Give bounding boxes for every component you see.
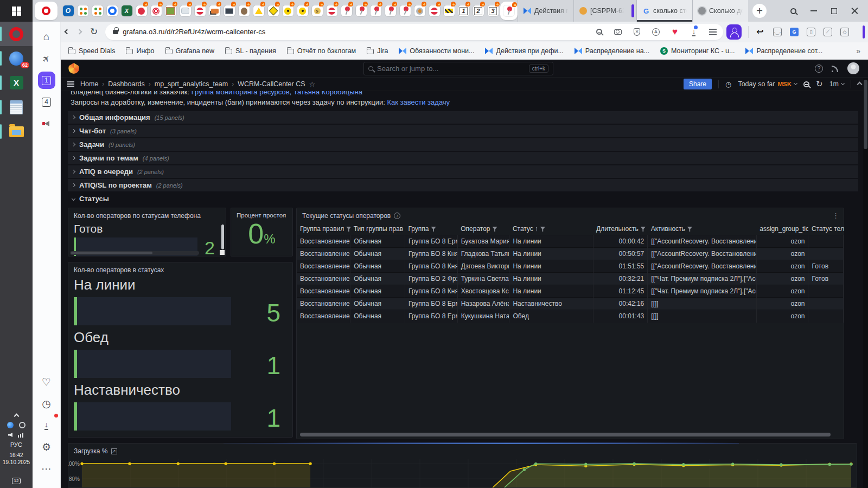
downloads-sidebar-icon[interactable]: ↓ bbox=[37, 415, 56, 435]
task-instruction-link[interactable]: Как завести задачу bbox=[387, 98, 450, 106]
pinned-tab-truck[interactable] bbox=[207, 1, 222, 21]
workspace-1-button[interactable]: 1 bbox=[37, 70, 56, 90]
bookmark--[interactable]: Инфо bbox=[126, 47, 154, 55]
menu-toggle-icon[interactable] bbox=[67, 81, 74, 87]
lock-icon[interactable] bbox=[113, 30, 118, 34]
filter-icon[interactable] bbox=[641, 227, 646, 232]
extension-gtranslate-icon[interactable]: G bbox=[790, 28, 799, 36]
pinned-tab-pin[interactable] bbox=[500, 2, 518, 20]
pinned-tab-laptop[interactable] bbox=[222, 1, 237, 21]
bookmark-sl-[interactable]: SL - падения bbox=[225, 47, 276, 55]
pinned-tab-no-entry[interactable] bbox=[193, 1, 207, 21]
pinned-tab-radioactive[interactable] bbox=[295, 1, 310, 21]
pinned-tab-pin[interactable] bbox=[354, 1, 368, 21]
pinned-tab-radioactive[interactable] bbox=[280, 1, 295, 21]
panel-title[interactable]: Кол-во операторов в статусах bbox=[68, 262, 292, 274]
translate-icon[interactable]: A bbox=[651, 27, 661, 37]
column-header--[interactable]: Статус тел bbox=[808, 223, 844, 235]
home-icon[interactable]: ⌂ bbox=[37, 27, 56, 47]
column-header-assign_group_ticl[interactable]: assign_group_ticl bbox=[756, 223, 808, 235]
taskbar-app-opera[interactable] bbox=[0, 22, 33, 46]
pinned-tab-warning[interactable] bbox=[251, 1, 266, 21]
pinned-tab-num[interactable]: 3 bbox=[486, 1, 500, 21]
minimize-button[interactable] bbox=[810, 10, 817, 11]
filter-icon[interactable] bbox=[493, 227, 497, 232]
pinned-tab-no-entry[interactable] bbox=[324, 1, 339, 21]
notifications-icon[interactable]: 12 bbox=[12, 478, 21, 484]
collapse-toolbar-icon[interactable] bbox=[857, 81, 863, 87]
table-row[interactable]: Восстановление досОбычнаяГруппа БО 8 Кня… bbox=[297, 285, 844, 298]
extension-notes-icon[interactable]: ·‿· bbox=[773, 28, 782, 36]
volume-icon[interactable] bbox=[8, 433, 12, 437]
tab-search-icon[interactable] bbox=[790, 8, 796, 14]
zoom-icon[interactable] bbox=[594, 27, 604, 37]
snapshot-icon[interactable] bbox=[613, 27, 623, 37]
megaphone-icon[interactable] bbox=[37, 114, 56, 133]
tab--[interactable]: Действия по bbox=[518, 0, 573, 22]
bookmark--[interactable]: Распределение на... bbox=[575, 47, 649, 55]
column-header--[interactable]: Группа bbox=[405, 223, 457, 235]
info-icon[interactable]: i bbox=[394, 213, 400, 219]
bookmark-jira[interactable]: Jira bbox=[367, 47, 388, 55]
row-atiq-sl-[interactable]: ATIQ/SL по проектам(2 panels) bbox=[68, 179, 858, 191]
close-button[interactable] bbox=[851, 8, 858, 15]
breadcrumb-item[interactable]: WCRM-CallCenter CS bbox=[238, 80, 305, 88]
filter-icon[interactable] bbox=[346, 227, 350, 232]
pinned-tab-red-circle[interactable] bbox=[134, 1, 149, 21]
pinned-tab-target[interactable] bbox=[149, 1, 163, 21]
favorite-star-icon[interactable]: ☆ bbox=[309, 80, 316, 88]
column-header--[interactable]: Тип группы прав bbox=[350, 223, 405, 235]
breadcrumb-item[interactable]: Dashboards bbox=[108, 80, 144, 88]
table-row[interactable]: Восстановление досОбычнаяГруппа БО 8 Кня… bbox=[297, 248, 844, 260]
pinned-tab-stop[interactable] bbox=[427, 1, 442, 21]
taskbar-app-explorer[interactable] bbox=[0, 119, 33, 144]
tab--csppm-623[interactable]: [CSPPM-623 bbox=[573, 0, 629, 22]
bookmarks-heart-icon[interactable]: ♡ bbox=[37, 372, 56, 391]
pinned-tab-picture[interactable] bbox=[163, 1, 178, 21]
panel-title[interactable]: Процент простоя bbox=[231, 208, 292, 219]
tray-app-icon[interactable] bbox=[7, 422, 14, 428]
row--[interactable]: Чат-бот(3 panels) bbox=[68, 125, 858, 137]
pinned-tab-otter[interactable] bbox=[237, 1, 251, 21]
settings-gear-icon[interactable]: ⚙ bbox=[37, 437, 56, 457]
pinned-tab-num[interactable]: 2 bbox=[471, 1, 486, 21]
row--[interactable]: Задачи по темам(4 panels) bbox=[68, 152, 858, 164]
pinned-tab-pin[interactable] bbox=[368, 1, 383, 21]
bookmark--u-[interactable]: SМониторинг КС - u... bbox=[660, 47, 735, 55]
panel-vscrollbar[interactable] bbox=[221, 224, 224, 249]
network-icon[interactable] bbox=[18, 432, 24, 438]
start-button[interactable] bbox=[0, 0, 33, 22]
row--[interactable]: Общая информация(15 panels) bbox=[68, 111, 858, 124]
bookmark-grafana-new[interactable]: Grafana new bbox=[165, 47, 215, 55]
pinned-tab-outlook[interactable] bbox=[61, 1, 75, 21]
pinned-tab-app-dots[interactable] bbox=[75, 1, 90, 21]
tab--[interactable]: Сколько до bbox=[692, 0, 748, 22]
column-header--[interactable]: Статус↑ bbox=[509, 223, 593, 235]
extension-cube-icon[interactable]: ◇ bbox=[840, 28, 849, 36]
pinned-tab-ring[interactable] bbox=[105, 1, 119, 21]
bookmark--[interactable]: Распределение сот... bbox=[745, 47, 822, 55]
taskbar-app-notepad[interactable] bbox=[0, 95, 33, 119]
pinned-tab-app-dots[interactable] bbox=[90, 1, 105, 21]
help-icon[interactable]: ? bbox=[815, 65, 823, 73]
extension-tool-icon[interactable]: ⟋ bbox=[824, 28, 832, 36]
time-range-picker[interactable]: Today so far MSK bbox=[738, 80, 797, 88]
pinned-tab-pin[interactable] bbox=[383, 1, 398, 21]
bookmark--[interactable]: Действия при дефи... bbox=[485, 47, 563, 55]
pinned-tab-money-bag[interactable] bbox=[310, 1, 324, 21]
row-statuses[interactable]: Статусы bbox=[68, 192, 858, 205]
table-row[interactable]: Восстановление досОбычнаяГруппа БО 8 Ерм… bbox=[297, 310, 844, 323]
breadcrumb-item[interactable]: mp_sprt_analytics_team bbox=[155, 80, 228, 88]
profile-button[interactable] bbox=[726, 24, 742, 40]
refresh-interval-picker[interactable]: 1m bbox=[829, 80, 844, 88]
address-bar[interactable]: grafana.o3.ru/d/r2RefUr4z/wcrm-callcente… bbox=[105, 24, 723, 40]
page-url[interactable]: grafana.o3.ru/d/r2RefUr4z/wcrm-callcente… bbox=[123, 28, 265, 36]
tray-expand-icon[interactable] bbox=[14, 414, 19, 419]
opera-menu-button[interactable] bbox=[35, 2, 58, 20]
reload-button[interactable]: ↻ bbox=[90, 27, 98, 36]
column-header--[interactable]: Оператор bbox=[457, 223, 509, 235]
tab--[interactable]: Gсколько сто bbox=[636, 0, 692, 22]
adblock-icon[interactable]: ✕ bbox=[632, 27, 642, 37]
bookmarks-overflow-icon[interactable]: » bbox=[856, 47, 860, 55]
pinned-tab-num[interactable]: 1 bbox=[456, 1, 471, 21]
